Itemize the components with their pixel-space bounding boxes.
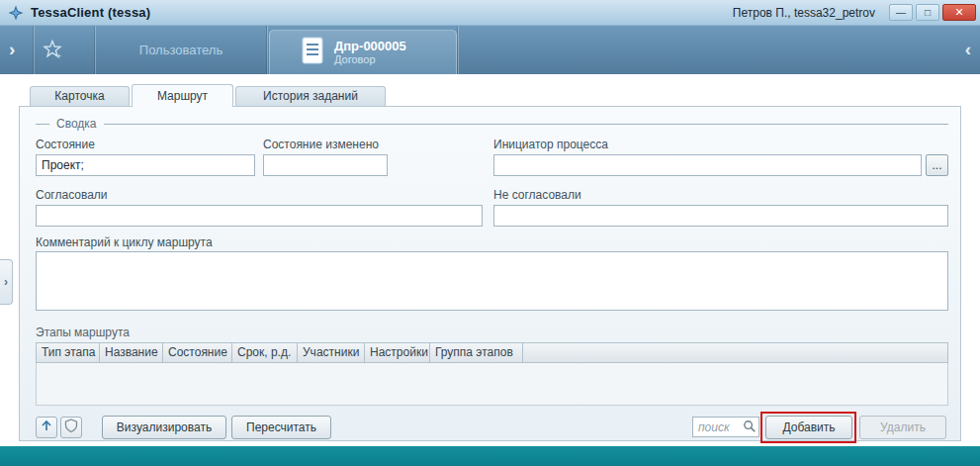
tab-task-history[interactable]: История заданий [235, 86, 386, 106]
comment-label: Комментарий к циклу маршрута [36, 235, 213, 249]
tab-card[interactable]: Карточка [30, 86, 130, 106]
stages-table-body[interactable] [36, 363, 948, 406]
minimize-button[interactable]: — [889, 4, 913, 21]
comment-textarea[interactable] [36, 251, 948, 311]
column-header-state: Состояние [163, 343, 232, 362]
stages-table-header: Тип этапа Название Состояние Срок, р.д. … [36, 342, 948, 363]
initiator-input[interactable] [493, 154, 922, 176]
not-approved-label: Не согласовали [493, 188, 581, 202]
add-button[interactable]: Добавить [765, 416, 852, 439]
state-changed-label: Состояние изменено [263, 138, 379, 151]
nav-separator [267, 26, 268, 74]
tab-route[interactable]: Маршрут [132, 84, 233, 107]
document-number: Дпр-000005 [334, 39, 406, 53]
state-changed-input[interactable] [263, 154, 388, 176]
move-up-button[interactable] [36, 417, 57, 438]
route-tab-panel: Сводка Состояние Состояние изменено Иниц… [19, 106, 961, 441]
stages-title: Этапы маршрута [36, 326, 130, 339]
summary-group-header: Сводка [36, 117, 948, 131]
column-header-stage-type: Тип этапа [37, 343, 100, 362]
shield-icon [63, 418, 79, 437]
approved-label: Согласовали [36, 188, 108, 202]
column-header-stage-group: Группа этапов [430, 343, 523, 362]
column-header-deadline: Срок, р.д. [232, 343, 298, 362]
current-user-label: Петров П., tessa32_petrov [733, 6, 875, 20]
state-input[interactable] [36, 154, 255, 176]
nav-separator [458, 26, 459, 74]
visualize-button[interactable]: Визуализировать [102, 416, 226, 439]
left-panel-expander[interactable]: › [0, 259, 13, 305]
bottom-bar [0, 446, 980, 466]
nav-tab-user[interactable]: Пользователь [96, 26, 266, 74]
search-input[interactable] [692, 417, 759, 437]
approved-input[interactable] [36, 205, 483, 227]
stages-search-box [692, 417, 759, 437]
column-header-filler [523, 343, 947, 362]
column-header-settings: Настройки [365, 343, 430, 362]
delete-button[interactable]: Удалить [859, 416, 946, 439]
maximize-button[interactable]: □ [916, 4, 939, 21]
title-bar: TessaClient (tessa) Петров П., tessa32_p… [0, 0, 980, 26]
nav-tab-document[interactable]: Дпр-000005 Договор [269, 30, 457, 74]
not-approved-input[interactable] [493, 205, 948, 227]
column-header-participants: Участники [298, 343, 365, 362]
document-type: Договор [334, 53, 406, 66]
favorites-add-icon[interactable]: + [42, 39, 63, 64]
nav-expand-chevron-icon[interactable]: › [9, 38, 15, 61]
document-icon [302, 37, 323, 68]
initiator-label: Инициатор процесса [493, 138, 608, 151]
window-controls: — □ ✕ [889, 4, 976, 21]
nav-collapse-chevron-icon[interactable]: ‹ [965, 38, 971, 61]
nav-separator [34, 26, 35, 74]
state-label: Состояние [36, 138, 95, 151]
tessa-logo-icon [8, 5, 24, 21]
group-divider [36, 124, 49, 125]
recalculate-button[interactable]: Пересчитать [231, 416, 331, 439]
arrow-up-icon [39, 418, 54, 437]
group-divider [104, 124, 948, 125]
nav-bar: › + Пользователь Дпр-000005 Договор ‹ [0, 26, 980, 74]
column-header-name: Название [100, 343, 163, 362]
svg-text:+: + [56, 51, 61, 60]
summary-group-title: Сводка [56, 117, 97, 131]
window-title: TessaClient (tessa) [31, 5, 150, 20]
close-button[interactable]: ✕ [942, 4, 976, 21]
initiator-browse-button[interactable]: ... [926, 154, 948, 176]
permissions-button[interactable] [60, 417, 82, 438]
